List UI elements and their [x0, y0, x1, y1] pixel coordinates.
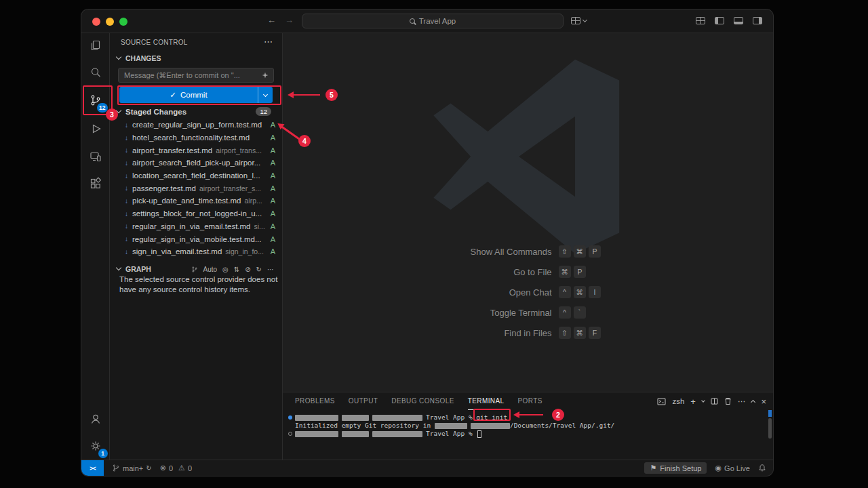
file-name: regular_sign_in_via_email.test.md	[132, 222, 251, 230]
file-row[interactable]: ↓location_search_field_destination_l...A	[110, 169, 282, 182]
terminal-line: Travel App %	[295, 430, 760, 438]
sparkle-icon	[262, 73, 269, 79]
kill-terminal-trash-icon[interactable]	[724, 397, 732, 405]
key-cmd: ⌘	[574, 327, 587, 339]
generate-commit-message-button[interactable]	[260, 70, 271, 80]
file-row[interactable]: ↓settings_block_for_not_logged-in_u...A	[110, 207, 282, 220]
chevron-down-icon	[583, 18, 587, 22]
more-actions-icon[interactable]: ⋯	[738, 396, 746, 406]
chevron-down-icon	[263, 92, 268, 96]
explorer-icon[interactable]	[85, 35, 106, 56]
file-row[interactable]: ↓regular_sign_in_via_email.test.mdsi...A	[110, 220, 282, 233]
file-row[interactable]: ↓pick-up_date_and_time.test.mdairp...A	[110, 195, 282, 207]
file-icon: ↓	[125, 159, 128, 167]
commit-dropdown-button[interactable]	[258, 87, 273, 103]
file-status-added: A	[271, 134, 275, 142]
more-actions-icon[interactable]: ⋯	[267, 266, 274, 273]
file-row[interactable]: ↓airport_transfer.test.mdairport_trans..…	[110, 144, 282, 157]
back-icon[interactable]: ←	[267, 15, 276, 25]
commit-button[interactable]: ✓ Commit	[119, 87, 273, 103]
terminal-cursor	[477, 430, 481, 438]
file-name: hotel_search_functionality.test.md	[132, 134, 250, 142]
remote-indicator-button[interactable]: ><	[81, 460, 104, 476]
shell-label[interactable]: zsh	[672, 397, 684, 405]
redacted-text	[342, 431, 369, 437]
branch-status-item[interactable]: main+ ↻	[112, 464, 152, 472]
zoom-window-button[interactable]	[119, 18, 127, 26]
shortcut-label: Show All Commands	[410, 247, 552, 257]
layout-toggles	[696, 17, 762, 24]
search-view-icon[interactable]	[85, 62, 106, 83]
maximize-panel-icon[interactable]	[751, 400, 755, 405]
fetch-icon[interactable]: ⇅	[234, 266, 239, 273]
file-row[interactable]: ↓hotel_search_functionality.test.mdA	[110, 131, 282, 144]
new-terminal-icon[interactable]: +	[690, 396, 696, 407]
tab-terminal[interactable]: TERMINAL	[468, 392, 505, 410]
errors-count: 0	[169, 464, 173, 472]
staged-changes-header[interactable]: Staged Changes 12	[110, 105, 282, 118]
tab-output[interactable]: OUTPUT	[349, 392, 378, 410]
chevron-down-icon	[116, 54, 121, 60]
redacted-text	[295, 415, 338, 421]
minimize-window-button[interactable]	[106, 18, 114, 26]
refresh-icon[interactable]: ↻	[256, 266, 262, 273]
hide-icon[interactable]: ⊘	[245, 266, 250, 273]
file-row[interactable]: ↓regular_sign_in_via_mobile.test.md...A	[110, 232, 282, 245]
panel-toolbar: zsh + ⋯ ×	[657, 392, 766, 410]
file-name: sign_in_via_email.test.md	[132, 247, 222, 256]
file-row[interactable]: ↓sign_in_via_email.test.mdsign_in_fo...A	[110, 245, 282, 258]
file-row[interactable]: ↓airport_search_field_pick-up_airpor...A	[110, 157, 282, 169]
close-window-button[interactable]	[92, 18, 100, 26]
file-icon: ↓	[125, 184, 128, 192]
sync-icon: ↻	[146, 464, 151, 472]
customize-layout-button[interactable]	[571, 17, 587, 24]
branch-icon	[112, 464, 120, 472]
sidebar-title: SOURCE CONTROL	[121, 39, 264, 46]
file-row[interactable]: ↓passenger.test.mdairport_transfer_s...A	[110, 182, 282, 195]
go-live-button[interactable]: ◉ Go Live	[715, 464, 750, 472]
target-icon[interactable]: ◎	[222, 266, 229, 273]
terminal-output-pre: Initialized empty Git repository in	[295, 422, 435, 429]
graph-toolbar: Auto ◎ ⇅ ⊘ ↻ ⋯	[191, 266, 274, 273]
account-icon[interactable]	[85, 409, 106, 429]
notifications-bell-icon[interactable]	[758, 464, 766, 472]
run-debug-icon[interactable]	[85, 119, 106, 139]
toggle-sidebar-left-icon[interactable]	[715, 17, 724, 24]
tab-problems[interactable]: PROBLEMS	[295, 392, 335, 410]
settings-gear-icon[interactable]: 1	[85, 436, 106, 456]
redacted-text	[372, 431, 422, 437]
key-shift: ⇧	[559, 245, 571, 258]
terminal-content[interactable]: Travel App % git init Initialized empty …	[295, 413, 760, 438]
tab-debug-console[interactable]: DEBUG CONSOLE	[391, 392, 454, 410]
more-actions-icon[interactable]: ⋯	[264, 39, 273, 45]
close-panel-icon[interactable]: ×	[761, 396, 766, 407]
split-terminal-icon[interactable]	[711, 398, 718, 405]
terminal-command: git init	[476, 413, 507, 421]
terminal-scrollbar[interactable]	[768, 418, 772, 439]
launch-profile-chevron-icon[interactable]	[701, 399, 705, 403]
check-icon: ✓	[170, 90, 176, 100]
file-desc: airport_trans...	[216, 146, 266, 155]
graph-section-header[interactable]: GRAPH Auto ◎ ⇅ ⊘ ↻ ⋯	[110, 262, 282, 276]
file-status-added: A	[271, 159, 275, 167]
remote-explorer-icon[interactable]	[85, 146, 106, 167]
finish-setup-label: Finish Setup	[660, 464, 701, 472]
source-control-sidebar: SOURCE CONTROL ⋯ CHANGES ✓ Commit	[110, 33, 283, 460]
problems-status-item[interactable]: ⊗ 0 ⚠ 0	[160, 464, 192, 472]
forward-icon[interactable]: →	[285, 15, 294, 25]
changes-section-header[interactable]: CHANGES	[110, 52, 282, 65]
toggle-layout-icon[interactable]	[696, 17, 705, 24]
extensions-icon[interactable]	[85, 174, 106, 194]
terminal-line: Initialized empty Git repository in /Doc…	[295, 422, 760, 430]
finish-setup-button[interactable]: ⚑ Finish Setup	[644, 462, 707, 474]
file-icon: ↓	[125, 210, 128, 218]
commit-message-input[interactable]	[118, 68, 274, 83]
file-row[interactable]: ↓create_regular_sign_up_form.test.mdA	[110, 119, 282, 131]
toggle-panel-icon[interactable]	[734, 17, 743, 24]
graph-auto-label[interactable]: Auto	[203, 266, 218, 273]
status-bar: >< main+ ↻ ⊗ 0 ⚠ 0 ⚑ Finish Setup ◉	[81, 460, 773, 476]
source-control-icon[interactable]: 12	[85, 90, 106, 110]
tab-ports[interactable]: PORTS	[518, 392, 542, 410]
command-center-search[interactable]: Travel App	[302, 14, 564, 28]
toggle-sidebar-right-icon[interactable]	[753, 17, 762, 24]
